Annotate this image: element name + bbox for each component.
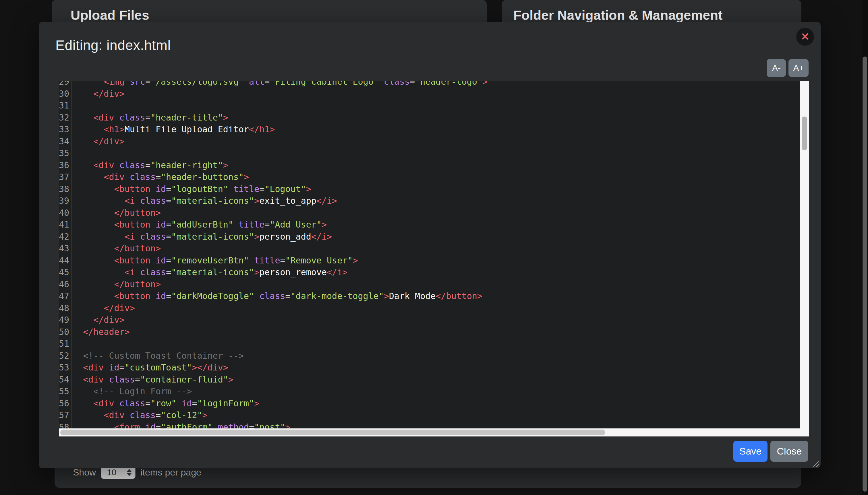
code-text — [72, 100, 83, 112]
line-number: 52 — [59, 350, 72, 362]
code-text: </div> — [72, 314, 124, 326]
code-text: <button id="addUserBtn" title="Add User"… — [72, 219, 327, 231]
code-text: <i class="material-icons">person_remove<… — [72, 266, 347, 278]
line-number: 37 — [59, 171, 72, 183]
code-line: 37 <div class="header-buttons"> — [59, 171, 800, 183]
line-number: 31 — [59, 100, 72, 112]
close-button[interactable]: Close — [770, 441, 808, 462]
line-number: 51 — [59, 338, 72, 350]
line-number: 43 — [59, 242, 72, 255]
code-text: <div class="header-right"> — [72, 159, 228, 171]
code-text: </button> — [72, 278, 161, 290]
page-scroll-thumb[interactable] — [863, 56, 867, 492]
code-line: 45 <i class="material-icons">person_remo… — [59, 266, 800, 278]
code-line: 36 <div class="header-right"> — [59, 159, 800, 171]
code-line: 33 <h1>Multi File Upload Editor</h1> — [59, 123, 800, 135]
horizontal-scroll-thumb[interactable] — [60, 430, 605, 435]
code-text: </button> — [72, 242, 161, 255]
line-number: 44 — [59, 255, 72, 267]
font-size-controls: A- A+ — [767, 59, 808, 77]
code-line: 55 <!-- Login Form --> — [59, 386, 800, 397]
code-line: 50</header> — [59, 326, 800, 338]
modal-close-button[interactable]: ✕ — [796, 28, 814, 46]
line-number: 56 — [59, 397, 72, 409]
code-text: <form id="authForm" method="post"> — [72, 421, 290, 429]
code-text: <h1>Multi File Upload Editor</h1> — [72, 123, 275, 135]
font-decrease-button[interactable]: A- — [767, 59, 786, 77]
code-text: <button id="logoutBtn" title="Logout"> — [72, 183, 311, 195]
code-line: 35 — [59, 147, 800, 159]
scrollbar-corner — [800, 428, 809, 437]
page-scrollbar[interactable] — [862, 0, 868, 495]
line-number: 39 — [59, 195, 72, 207]
code-line: 47 <button id="darkModeToggle" class="da… — [59, 290, 800, 302]
code-line: 30 </div> — [59, 88, 800, 100]
code-editor[interactable]: 29 <img src="/assets/logo.svg" alt="Fili… — [59, 81, 809, 437]
line-number: 40 — [59, 207, 72, 219]
line-number: 57 — [59, 409, 72, 421]
code-text: </button> — [72, 207, 161, 219]
modal-footer-buttons: Save Close — [733, 441, 808, 462]
code-line: 58 <form id="authForm" method="post"> — [59, 421, 800, 429]
line-number: 35 — [59, 147, 72, 159]
select-stepper-icon — [127, 469, 135, 476]
code-viewport: 29 <img src="/assets/logo.svg" alt="Fili… — [59, 81, 800, 428]
code-lines: 29 <img src="/assets/logo.svg" alt="Fili… — [59, 81, 800, 428]
upload-files-header: Upload Files — [52, 0, 487, 23]
show-label: Show — [73, 467, 96, 478]
arrow-up-icon — [127, 469, 132, 472]
modal-resize-grip[interactable] — [812, 460, 819, 467]
folder-navigation-header: Folder Navigation & Management — [502, 0, 801, 23]
line-number: 54 — [59, 374, 72, 386]
code-text: <div class="col-12"> — [72, 409, 207, 421]
line-number: 34 — [59, 135, 72, 148]
vertical-scroll-thumb[interactable] — [802, 117, 807, 150]
line-number: 45 — [59, 266, 72, 278]
items-per-page-value: 10 — [101, 467, 127, 477]
code-line: 41 <button id="addUserBtn" title="Add Us… — [59, 219, 800, 231]
arrow-down-icon — [127, 473, 132, 476]
save-button[interactable]: Save — [733, 441, 768, 462]
code-line: 40 </button> — [59, 207, 800, 219]
code-line: 32 <div class="header-title"> — [59, 112, 800, 124]
code-line: 48 </div> — [59, 302, 800, 314]
code-text: <div class="header-buttons"> — [72, 171, 249, 183]
edit-file-modal: Editing: index.html ✕ A- A+ 29 <img src=… — [39, 22, 821, 468]
line-number: 48 — [59, 302, 72, 314]
code-text: <div id="customToast"></div> — [72, 362, 228, 374]
line-number: 50 — [59, 326, 72, 338]
code-text — [72, 147, 83, 159]
code-line: 38 <button id="logoutBtn" title="Logout"… — [59, 183, 800, 195]
code-text: <i class="material-icons">person_add</i> — [72, 231, 332, 243]
code-text: </header> — [72, 326, 130, 338]
line-number: 42 — [59, 231, 72, 243]
line-number: 41 — [59, 219, 72, 231]
code-line: 54<div class="container-fluid"> — [59, 374, 800, 386]
close-icon: ✕ — [801, 32, 809, 42]
code-line: 44 <button id="removeUserBtn" title="Rem… — [59, 255, 800, 267]
code-text: </div> — [72, 88, 124, 100]
line-number: 29 — [59, 81, 72, 88]
code-text: <!-- Custom Toast Container --> — [72, 350, 244, 362]
editor-vertical-scrollbar[interactable] — [800, 81, 809, 428]
code-text: <div class="header-title"> — [72, 112, 228, 124]
line-number: 32 — [59, 112, 72, 124]
code-text: <img src="/assets/logo.svg" alt="Filing … — [72, 81, 487, 88]
items-per-page-label: items per page — [140, 467, 201, 478]
code-text: </div> — [72, 135, 124, 148]
code-line: 29 <img src="/assets/logo.svg" alt="Fili… — [59, 81, 800, 88]
editor-horizontal-scrollbar[interactable] — [59, 428, 800, 437]
code-line: 53<div id="customToast"></div> — [59, 362, 800, 374]
line-number: 53 — [59, 362, 72, 374]
code-text: <div class="container-fluid"> — [72, 374, 233, 386]
line-number: 58 — [59, 421, 72, 429]
line-number: 38 — [59, 183, 72, 195]
code-line: 34 </div> — [59, 135, 800, 148]
font-increase-button[interactable]: A+ — [788, 59, 808, 77]
code-line: 42 <i class="material-icons">person_add<… — [59, 231, 800, 243]
code-text: <!-- Login Form --> — [72, 386, 192, 397]
code-text: <div class="row" id="loginForm"> — [72, 397, 259, 409]
code-line: 43 </button> — [59, 242, 800, 255]
code-line: 46 </button> — [59, 278, 800, 290]
code-line: 39 <i class="material-icons">exit_to_app… — [59, 195, 800, 207]
